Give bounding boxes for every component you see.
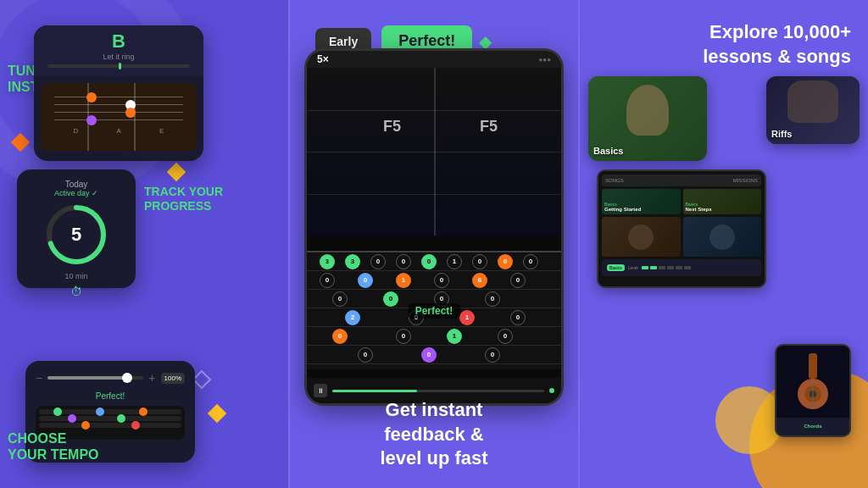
tablet-cell-2-label: Next Steps bbox=[686, 207, 712, 213]
chords-label: Chords bbox=[804, 424, 822, 429]
left-panel: TUNE YOUR INSTRUMENT B Let it ring bbox=[0, 0, 288, 488]
tuner-header: B Let it ring bbox=[34, 25, 203, 76]
progress-card: Today Active day ✓ 5 10 min ⏱ bbox=[17, 169, 136, 288]
tablet-cell-3[interactable] bbox=[602, 217, 681, 257]
bottom-text: Get instant feedback & level up fast bbox=[290, 398, 578, 471]
tablet-cell-1[interactable]: Basics Getting Started bbox=[602, 189, 681, 214]
tablet-mockup: SONGS MISSIONS Basics Getting Started Ba… bbox=[597, 169, 766, 288]
guitar-string-2 bbox=[54, 104, 183, 105]
lesson-card-basics[interactable]: Basics bbox=[588, 76, 707, 161]
tuner-card: B Let it ring D bbox=[34, 25, 203, 161]
progress-indicator bbox=[549, 388, 554, 393]
tuner-note: B bbox=[39, 30, 198, 53]
feedback-diamond-icon: ◆ bbox=[479, 31, 492, 52]
right-panel: Explore 10,000+ lessons & songs Basics R… bbox=[580, 0, 868, 488]
play-pause-button[interactable]: ⏸ bbox=[314, 384, 327, 397]
tablet-cell-4[interactable] bbox=[683, 217, 762, 257]
tempo-lane-2 bbox=[39, 416, 181, 421]
f5-label-right: F5 bbox=[480, 118, 498, 136]
tuner-bar bbox=[47, 64, 190, 68]
level-label: Level bbox=[628, 265, 638, 270]
tempo-slider-row: − + 100% bbox=[36, 371, 185, 385]
svg-rect-2 bbox=[809, 353, 817, 379]
tablet-grid: Basics Getting Started Basics Next Steps bbox=[602, 189, 761, 257]
guitar-string-4 bbox=[54, 119, 183, 120]
tab-string-row-6: 0 0 0 bbox=[307, 346, 561, 364]
progress-active: Active day ✓ bbox=[27, 189, 125, 197]
yellow-circle-decoration bbox=[715, 386, 783, 454]
progress-bar[interactable] bbox=[332, 390, 544, 392]
basics-card-label: Basics bbox=[593, 146, 623, 156]
tempo-speed-badge: 100% bbox=[161, 373, 185, 384]
tempo-perfect: Perfect! bbox=[36, 391, 185, 401]
level-dot-4 bbox=[667, 266, 674, 269]
level-dot-3 bbox=[659, 266, 665, 269]
tablet-cell-2[interactable]: Basics Next Steps bbox=[683, 189, 762, 214]
explore-title: Explore 10,000+ lessons & songs bbox=[703, 20, 851, 69]
tempo-lane-3 bbox=[39, 423, 181, 428]
divider-line bbox=[434, 68, 436, 236]
small-phone-mockup: Chords bbox=[775, 344, 851, 437]
bottom-heading: Get instant feedback & level up fast bbox=[290, 398, 578, 471]
speed-badge: 5× bbox=[317, 53, 329, 65]
tempo-label: CHOOSE YOUR TEMPO bbox=[8, 430, 99, 463]
perfect-flash-label: Perfect! bbox=[409, 303, 460, 319]
tab-string-row-5: 0 0 1 0 bbox=[307, 327, 561, 346]
guitar-illustration bbox=[792, 352, 834, 411]
tab-strings-container: 3 3 0 0 0 1 0 0 0 0 0 1 bbox=[307, 251, 561, 369]
tablet-footer: Basics Level bbox=[602, 259, 761, 276]
basics-pill: Basics bbox=[607, 264, 625, 271]
diamond-decoration-3 bbox=[192, 370, 212, 390]
progress-today: Today bbox=[27, 180, 125, 189]
level-dot-1 bbox=[642, 266, 648, 269]
guitar-string-1 bbox=[54, 97, 183, 97]
tuner-subtitle: Let it ring bbox=[39, 53, 198, 61]
tablet-content: SONGS MISSIONS Basics Getting Started Ba… bbox=[598, 171, 765, 286]
lesson-card-riffs[interactable]: Riffs bbox=[766, 76, 860, 144]
diamond-decoration-2 bbox=[167, 163, 186, 182]
phone-status-bar: 5× ●●● bbox=[307, 51, 561, 68]
tempo-lanes bbox=[36, 406, 185, 431]
guitar-strings: D A E bbox=[41, 83, 197, 151]
small-phone-content bbox=[776, 346, 849, 418]
tab-string-row-2: 0 0 1 0 6 0 bbox=[307, 271, 561, 290]
phone-mockup: 5× ●●● F5 F5 3 bbox=[307, 51, 561, 403]
middle-panel: Early Perfect! ◆ A bit late 5× ●●● F5 bbox=[288, 0, 580, 488]
tablet-songs-header: SONGS MISSIONS bbox=[602, 175, 761, 186]
guitar-neck: D A E bbox=[41, 83, 197, 151]
tab-string-row-1: 3 3 0 0 0 1 0 0 0 bbox=[307, 252, 561, 271]
riffs-card-label: Riffs bbox=[771, 129, 792, 139]
level-dot-2 bbox=[650, 266, 657, 269]
progress-circle: 5 bbox=[42, 201, 110, 269]
diamond-decoration-1 bbox=[11, 133, 31, 152]
tab-background: F5 F5 bbox=[307, 68, 561, 236]
f5-label-left: F5 bbox=[383, 118, 401, 136]
tablet-cell-1-label: Getting Started bbox=[604, 207, 641, 213]
track-label: TRACK YOUR PROGRESS bbox=[144, 185, 223, 214]
small-phone-footer: Chords bbox=[776, 418, 849, 435]
tempo-slider-track[interactable] bbox=[47, 376, 143, 380]
level-dots bbox=[642, 266, 691, 269]
guitar-tab-view: F5 F5 3 3 0 0 0 1 0 0 bbox=[307, 68, 561, 403]
level-dot-5 bbox=[676, 266, 682, 269]
guitar-string-3 bbox=[54, 112, 183, 113]
progress-number: 5 bbox=[71, 224, 81, 246]
diamond-decoration-4 bbox=[208, 404, 227, 424]
tempo-lane-1 bbox=[39, 409, 181, 414]
progress-minutes: 10 min bbox=[27, 272, 125, 280]
level-dot-6 bbox=[684, 266, 691, 269]
